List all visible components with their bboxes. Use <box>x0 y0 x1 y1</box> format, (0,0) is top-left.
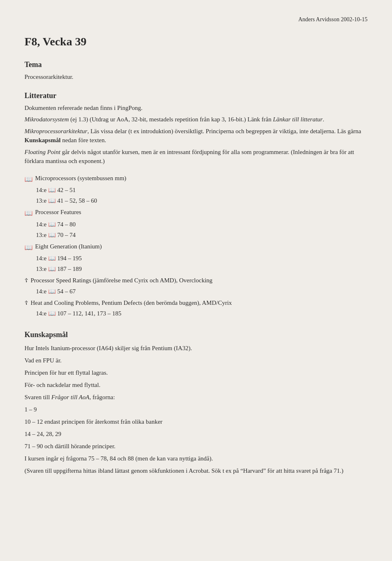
litteratur-line2: Mikroprocessorarkitektur, Läs vissa dela… <box>24 127 368 145</box>
litteratur-line3: Floating Point går delvis något utanför … <box>24 148 368 166</box>
tema-heading: Tema <box>24 60 368 69</box>
reading-item-eight-generation: 📖 Eight Generation (Itanium) <box>24 241 368 253</box>
reading-item-eight-generation-title: Eight Generation (Itanium) <box>35 241 368 251</box>
kunskapsmål-item-5: Svaren till Frågor till AoA, frågorna: <box>24 392 368 402</box>
reading-item-heat-cooling-title: Heat and Cooling Problems, Pentium Defec… <box>31 298 368 308</box>
book-icon-1: 📖 <box>24 174 33 185</box>
kunskapsmål-item-10: I kursen ingår ej frågorna 75 – 78, 84 o… <box>24 454 368 463</box>
leaf-icon-1: ☦ <box>24 276 28 285</box>
kunskapsmål-item-9: 71 – 90 och därtill hörande principer. <box>24 441 368 451</box>
kunskapsmål-item-7: 10 – 12 endast principen för återkomst f… <box>24 417 368 427</box>
kunskapsmål-item-2: Vad en FPU är. <box>24 355 368 365</box>
kunskapsmål-section: Kunskapsmål Hur Intels Itanium-processor… <box>24 331 368 476</box>
reading-item-processor-features: 📖 Processor Features <box>24 207 368 219</box>
reading-subline-mp-13: 13:e 📖 41 – 52, 58 – 60 <box>36 196 368 206</box>
reading-subline-pf-14: 14:e 📖 74 – 80 <box>36 219 368 229</box>
kunskapsmål-item-3: Principen för hur ett flyttal lagras. <box>24 368 368 378</box>
reading-item-heat-cooling: ☦ Heat and Cooling Problems, Pentium Def… <box>24 298 368 308</box>
kunskapsmål-heading: Kunskapsmål <box>24 331 368 339</box>
reading-item-speed-ratings-title: Processor Speed Ratings (jämförelse med … <box>31 275 368 285</box>
reading-subline-hc-14: 14:e 📖 107 – 112, 141, 173 – 185 <box>36 308 368 318</box>
tema-text: Processorarkitektur. <box>24 72 368 82</box>
reading-item-speed-ratings: ☦ Processor Speed Ratings (jämförelse me… <box>24 275 368 285</box>
litteratur-heading: Litteratur <box>24 92 368 100</box>
reading-subline-sr-14: 14:e 📖 54 – 67 <box>36 286 368 296</box>
reading-item-processor-features-title: Processor Features <box>35 207 368 217</box>
kunskapsmål-item-1: Hur Intels Itanium-processor (IA64) skil… <box>24 343 368 353</box>
reading-subline-pf-13: 13:e 📖 70 – 74 <box>36 230 368 240</box>
kunskapsmål-item-4: För- och nackdelar med flyttal. <box>24 380 368 390</box>
mikroprocessorarkitektur-italic: Mikroprocessorarkitektur <box>24 128 87 134</box>
reading-item-microprocessors: 📖 Microprocessors (systembussen mm) <box>24 173 368 185</box>
kunskapsmål-item-6: 1 – 9 <box>24 405 368 414</box>
litteratur-intro: Dokumenten refererade nedan finns i Ping… <box>24 103 368 113</box>
leaf-icon-2: ☦ <box>24 299 28 308</box>
book-icon-3: 📖 <box>24 242 33 253</box>
author-header: Anders Arvidsson 2002-10-15 <box>24 16 368 23</box>
book-icon-2: 📖 <box>24 208 33 219</box>
reading-item-microprocessors-title: Microprocessors (systembussen mm) <box>35 173 368 183</box>
fragor-italic: Frågor till AoA <box>51 394 89 400</box>
kunskapsmål-item-8: 14 – 24, 28, 29 <box>24 429 368 439</box>
litteratur-line1-rest: (ej 1.3) (Utdrag ur AoA, 32-bit, mestade… <box>69 116 324 123</box>
reading-list: 📖 Microprocessors (systembussen mm) 14:e… <box>24 173 368 319</box>
kunskapsmål-list: Hur Intels Itanium-processor (IA64) skil… <box>24 343 368 476</box>
reading-subline-eg-14: 14:e 📖 194 – 195 <box>36 253 368 263</box>
kunskapsmål-item-11: (Svaren till uppgifterna hittas ibland l… <box>24 466 368 476</box>
reading-subline-eg-13: 13:e 📖 187 – 189 <box>36 264 368 274</box>
mikrodatorsystem-italic: Mikrodatorsystem <box>24 116 69 123</box>
litteratur-line1: Mikrodatorsystem (ej 1.3) (Utdrag ur AoA… <box>24 115 368 124</box>
floating-point-italic: Floating Point <box>24 149 60 155</box>
reading-subline-mp-14: 14:e 📖 42 – 51 <box>36 185 368 195</box>
page-title: F8, Vecka 39 <box>24 35 368 48</box>
